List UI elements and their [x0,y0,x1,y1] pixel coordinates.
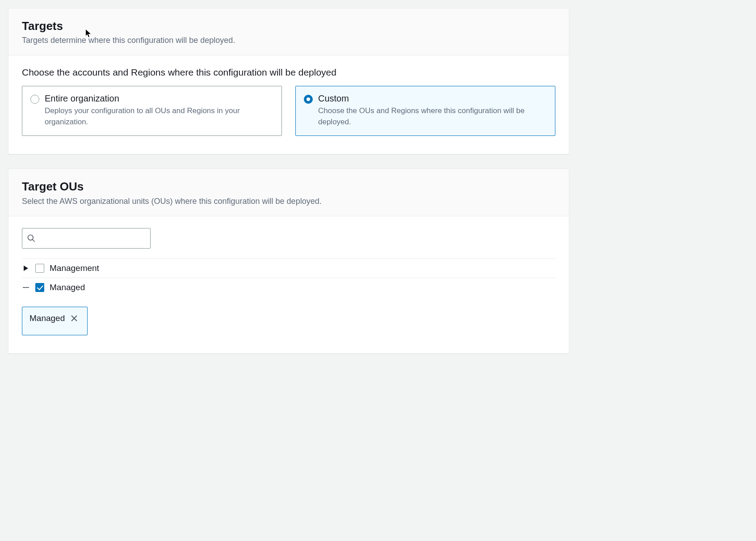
option-custom[interactable]: Custom Choose the OUs and Regions where … [295,86,555,136]
tag-remove-managed[interactable] [70,314,78,322]
targets-header: Targets Targets determine where this con… [8,8,569,55]
tag-managed[interactable]: Managed [22,307,88,335]
targets-body: Choose the accounts and Regions where th… [8,55,569,154]
target-ous-panel: Target OUs Select the AWS organizational… [8,169,569,353]
deployment-options: Entire organization Deploys your configu… [22,86,555,136]
svg-line-1 [33,239,35,241]
ou-search[interactable] [22,228,151,249]
tree-row-management[interactable]: Management [22,259,555,278]
checkbox-management[interactable] [35,264,44,273]
svg-point-0 [28,235,34,240]
checkbox-managed[interactable] [35,283,44,292]
option-entire-desc: Deploys your configuration to all OUs an… [45,106,273,127]
tag-label: Managed [29,313,65,323]
dash-icon [23,287,29,288]
tree-label-management: Management [50,263,99,273]
radio-custom[interactable] [304,95,313,104]
radio-entire-organization[interactable] [30,95,39,104]
targets-heading: Targets [22,19,555,33]
option-custom-desc: Choose the OUs and Regions where this co… [318,106,547,127]
target-ous-subtext: Select the AWS organizational units (OUs… [22,197,555,206]
search-icon [27,234,36,243]
close-icon [71,315,78,322]
ou-search-input[interactable] [39,234,146,243]
expand-toggle-managed[interactable] [22,287,30,288]
cursor-icon [85,29,92,38]
targets-subtext: Targets determine where this configurati… [22,36,555,45]
target-ous-body: Management Managed Managed [8,216,569,353]
tree-label-managed: Managed [50,283,85,292]
option-entire-organization[interactable]: Entire organization Deploys your configu… [22,86,282,136]
selected-ou-tags: Managed [22,307,555,335]
target-ous-header: Target OUs Select the AWS organizational… [8,169,569,216]
tree-row-managed[interactable]: Managed [22,278,555,297]
choose-label: Choose the accounts and Regions where th… [22,67,555,78]
expand-toggle-management[interactable] [22,265,30,271]
option-entire-title: Entire organization [45,93,273,104]
option-custom-title: Custom [318,93,547,104]
caret-right-icon [23,265,29,271]
target-ous-heading: Target OUs [22,180,555,194]
targets-panel: Targets Targets determine where this con… [8,8,569,154]
ou-tree: Management Managed [22,258,555,297]
